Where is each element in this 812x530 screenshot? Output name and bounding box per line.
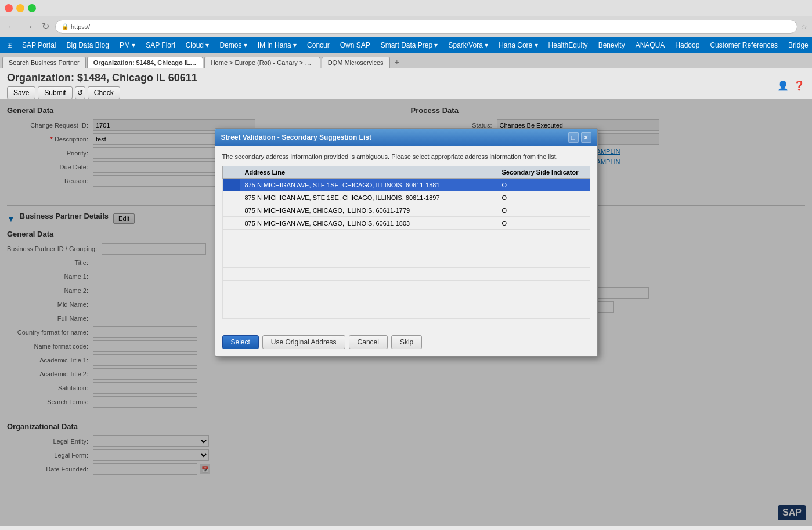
col-address: Address Line bbox=[240, 166, 497, 179]
modal-title-icons: □ ✕ bbox=[568, 132, 591, 143]
nav-sap-fiori[interactable]: SAP Fiori bbox=[141, 39, 179, 52]
address-bar[interactable]: 🔒 https:// bbox=[55, 20, 797, 34]
nav-hadoop[interactable]: Hadoop bbox=[670, 39, 704, 52]
table-row[interactable]: 875 N MICHIGAN AVE, STE 1SE, CHICAGO, IL… bbox=[222, 191, 590, 204]
tab-search-bp[interactable]: Search Business Partner bbox=[2, 57, 86, 68]
apps-icon[interactable]: ⊞ bbox=[3, 39, 16, 52]
modal-titlebar: Street Validation - Secondary Suggestion… bbox=[215, 129, 597, 146]
table-row[interactable]: 875 N MICHIGAN AVE, STE 1SE, CHICAGO, IL… bbox=[222, 179, 590, 191]
lock-icon: 🔒 bbox=[62, 23, 68, 30]
close-button[interactable] bbox=[5, 4, 13, 12]
nav-hana-core[interactable]: Hana Core ▾ bbox=[494, 39, 542, 52]
toolbar: Save Submit ↺ Check bbox=[7, 86, 197, 99]
modal-title: Street Validation - Secondary Suggestion… bbox=[221, 133, 371, 141]
submit-button[interactable]: Submit bbox=[38, 86, 72, 99]
nav-demos[interactable]: Demos ▾ bbox=[215, 39, 251, 52]
skip-button[interactable]: Skip bbox=[391, 335, 422, 349]
nav-sap-portal[interactable]: SAP Portal bbox=[17, 39, 60, 52]
nav-cloud[interactable]: Cloud ▾ bbox=[181, 39, 214, 52]
nav-smart-data[interactable]: Smart Data Prep ▾ bbox=[376, 39, 443, 52]
nav-healthequity[interactable]: HealthEquity bbox=[544, 39, 593, 52]
refresh-action-button[interactable]: ↺ bbox=[75, 86, 85, 99]
forward-button[interactable]: → bbox=[22, 20, 36, 33]
row-marker-cell bbox=[222, 204, 240, 217]
app-header-row: Organization: $1484, Chicago IL 60611 Sa… bbox=[0, 68, 812, 99]
refresh-button[interactable]: ↻ bbox=[39, 20, 52, 33]
select-button[interactable]: Select bbox=[222, 335, 259, 349]
col-indicator: Secondary Side Indicator bbox=[497, 166, 590, 179]
row-marker-cell bbox=[222, 191, 240, 204]
modal-footer: Select Use Original Address Cancel Skip bbox=[215, 331, 597, 356]
indicator-cell: O bbox=[497, 179, 590, 191]
col-marker bbox=[222, 166, 240, 179]
modal-dialog: Street Validation - Secondary Suggestion… bbox=[215, 128, 598, 357]
back-button[interactable]: ← bbox=[5, 20, 19, 33]
save-button[interactable]: Save bbox=[7, 86, 35, 99]
nav-own-sap[interactable]: Own SAP bbox=[335, 39, 375, 52]
modal-close-button[interactable]: ✕ bbox=[581, 132, 591, 143]
address-cell: 875 N MICHIGAN AVE, STE 1SE, CHICAGO, IL… bbox=[240, 179, 497, 191]
address-cell: 875 N MICHIGAN AVE, STE 1SE, CHICAGO, IL… bbox=[240, 191, 497, 204]
nav-spark[interactable]: Spark/Vora ▾ bbox=[444, 39, 493, 52]
address-text: https:// bbox=[71, 23, 90, 30]
empty-table-row bbox=[222, 281, 590, 293]
header-icons: 👤 ❓ bbox=[777, 80, 805, 91]
empty-table-row bbox=[222, 306, 590, 319]
tabs-bar: Search Business Partner Organization: $1… bbox=[0, 53, 812, 68]
maximize-button[interactable] bbox=[28, 4, 36, 12]
tab-home-europe[interactable]: Home > Europe (Rot) - Canary > DQM_Team … bbox=[204, 57, 320, 68]
nav-im-hana[interactable]: IM in Hana ▾ bbox=[253, 39, 301, 52]
empty-table-row bbox=[222, 268, 590, 281]
empty-table-row bbox=[222, 255, 590, 268]
nav-pm[interactable]: PM ▾ bbox=[115, 39, 140, 52]
nav-customer-references[interactable]: Customer References bbox=[705, 39, 782, 52]
table-row[interactable]: 875 N MICHIGAN AVE, CHICAGO, ILLINOIS, 6… bbox=[222, 217, 590, 230]
nav-benevity[interactable]: Benevity bbox=[594, 39, 630, 52]
help-icon[interactable]: ❓ bbox=[793, 80, 805, 91]
suggestion-table: Address Line Secondary Side Indicator 87… bbox=[222, 166, 590, 319]
cancel-button[interactable]: Cancel bbox=[349, 335, 388, 349]
modal-description: The secondary address information provid… bbox=[222, 153, 590, 160]
empty-table-row bbox=[222, 242, 590, 255]
use-original-button[interactable]: Use Original Address bbox=[262, 335, 345, 349]
row-marker-cell bbox=[222, 179, 240, 191]
nav-big-data-blog[interactable]: Big Data Blog bbox=[62, 39, 113, 52]
check-button[interactable]: Check bbox=[88, 86, 120, 99]
nav-anaqua[interactable]: ANAQUA bbox=[631, 39, 670, 52]
browser-bar: ← → ↻ 🔒 https:// ☆ bbox=[0, 16, 812, 37]
address-cell: 875 N MICHIGAN AVE, CHICAGO, ILLINOIS, 6… bbox=[240, 217, 497, 230]
new-tab-button[interactable]: + bbox=[391, 56, 403, 68]
row-marker-cell bbox=[222, 217, 240, 230]
empty-table-row bbox=[222, 230, 590, 242]
minimize-button[interactable] bbox=[16, 4, 24, 12]
nav-bridge[interactable]: Bridge bbox=[784, 39, 812, 52]
bookmark-icon[interactable]: ☆ bbox=[801, 23, 807, 31]
empty-table-row bbox=[222, 293, 590, 306]
modal-body: The secondary address information provid… bbox=[215, 146, 597, 331]
table-header-row: Address Line Secondary Side Indicator bbox=[222, 166, 590, 179]
nav-menu: ⊞ SAP Portal Big Data Blog PM ▾ SAP Fior… bbox=[0, 37, 812, 53]
indicator-cell: O bbox=[497, 217, 590, 230]
page-title: Organization: $1484, Chicago IL 60611 bbox=[7, 72, 197, 84]
tab-dqm-microservices[interactable]: DQM Microservices bbox=[322, 57, 390, 68]
nav-concur[interactable]: Concur bbox=[302, 39, 334, 52]
indicator-cell: O bbox=[497, 204, 590, 217]
indicator-cell: O bbox=[497, 191, 590, 204]
tab-organization[interactable]: Organization: $1484, Chicago IL 60611 bbox=[87, 57, 203, 68]
modal-minimize-button[interactable]: □ bbox=[568, 132, 579, 143]
main-content: General Data Change Request ID: Descript… bbox=[0, 99, 812, 526]
titlebar bbox=[0, 0, 812, 16]
table-row[interactable]: 875 N MICHIGAN AVE, CHICAGO, ILLINOIS, 6… bbox=[222, 204, 590, 217]
user-icon[interactable]: 👤 bbox=[777, 80, 789, 91]
address-cell: 875 N MICHIGAN AVE, CHICAGO, ILLINOIS, 6… bbox=[240, 204, 497, 217]
